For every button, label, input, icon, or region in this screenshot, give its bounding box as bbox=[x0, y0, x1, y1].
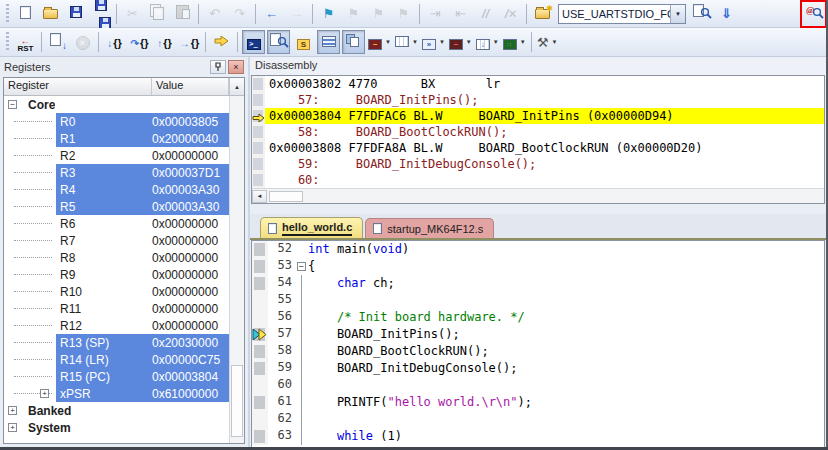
save-all-button[interactable] bbox=[89, 2, 112, 26]
toolbar-grip[interactable] bbox=[5, 32, 10, 52]
run-to-cursor-button[interactable]: →{} bbox=[178, 30, 201, 54]
chevron-down-icon[interactable]: ▼ bbox=[552, 39, 558, 45]
editor-gutter[interactable] bbox=[252, 411, 268, 428]
register-row-r7[interactable]: R70x00000000 bbox=[4, 232, 229, 249]
analysis-window-button[interactable]: ~▼ bbox=[448, 30, 473, 54]
disassembly-gutter[interactable] bbox=[252, 156, 265, 172]
expand-icon[interactable]: + bbox=[40, 389, 49, 398]
chevron-down-icon[interactable]: ▼ bbox=[520, 39, 526, 45]
editor-gutter[interactable] bbox=[252, 258, 268, 275]
close-icon[interactable]: × bbox=[228, 60, 244, 74]
editor-line[interactable]: 63 while (1) bbox=[252, 428, 824, 445]
open-file-button[interactable] bbox=[39, 2, 62, 26]
tab-startup-mk64f12-s[interactable]: startup_MK64F12.s bbox=[365, 218, 494, 238]
disassembly-gutter[interactable] bbox=[252, 140, 265, 156]
register-row-r6[interactable]: R60x00000000 bbox=[4, 215, 229, 232]
tab-hello-world-c[interactable]: hello_world.c bbox=[260, 217, 363, 238]
register-group-banked[interactable]: +Banked bbox=[4, 402, 229, 419]
trace-window-button[interactable]: ↓▼ bbox=[475, 30, 500, 54]
serial-window-button[interactable]: »▼ bbox=[421, 30, 446, 54]
step-into-button[interactable]: ↓{} bbox=[103, 30, 126, 54]
editor-line[interactable]: 59 BOARD_InitDebugConsole(); bbox=[252, 360, 824, 377]
register-row-r4[interactable]: R40x00003A30 bbox=[4, 181, 229, 198]
command-window-button[interactable]: >_ bbox=[242, 30, 265, 54]
chevron-down-icon[interactable]: ▼ bbox=[385, 39, 391, 45]
editor-line[interactable]: 52int main(void) bbox=[252, 241, 824, 258]
column-header-register[interactable]: Register bbox=[4, 78, 152, 95]
register-group-core[interactable]: −Core bbox=[4, 96, 229, 113]
fold-collapse-icon[interactable]: − bbox=[297, 262, 306, 271]
registers-vertical-scrollbar[interactable] bbox=[229, 96, 244, 443]
editor-line[interactable]: 54 char ch; bbox=[252, 275, 824, 292]
register-row-r9[interactable]: R90x00000000 bbox=[4, 266, 229, 283]
chevron-down-icon[interactable]: ▼ bbox=[466, 39, 472, 45]
highlighted-lookup-button[interactable]: @ bbox=[802, 2, 825, 26]
scroll-left-icon[interactable]: ◄ bbox=[252, 190, 267, 203]
step-over-button[interactable]: ↷{} bbox=[128, 30, 151, 54]
column-header-value[interactable]: Value bbox=[152, 78, 229, 95]
editor-line[interactable]: 61 PRINTF("hello world.\r\n"); bbox=[252, 394, 824, 411]
register-row-r14-lr-[interactable]: R14 (LR)0x00000C75 bbox=[4, 351, 229, 368]
collapse-icon[interactable]: − bbox=[8, 100, 17, 109]
register-group-system[interactable]: +System bbox=[4, 419, 229, 436]
register-row-r10[interactable]: R100x00000000 bbox=[4, 283, 229, 300]
step-out-button[interactable]: ↑{} bbox=[153, 30, 176, 54]
download-button[interactable]: ⇓ bbox=[715, 2, 738, 26]
define-combo-box[interactable]: USE_UARTSTDIO_FOR_EF▼ bbox=[558, 4, 686, 24]
disassembly-current-line[interactable]: 0x00003804 F7FDFAC6 BL.W BOARD_InitPins … bbox=[252, 108, 824, 124]
callstack-window-button[interactable] bbox=[342, 30, 365, 54]
editor-gutter[interactable] bbox=[252, 394, 268, 411]
editor-gutter[interactable] bbox=[252, 360, 268, 377]
editor-current-line[interactable]: 57 BOARD_InitPins(); bbox=[252, 326, 824, 343]
register-row-r1[interactable]: R10x20000040 bbox=[4, 130, 229, 147]
system-viewer-button[interactable]: ::▼ bbox=[502, 30, 527, 54]
register-row-r3[interactable]: R30x000037D1 bbox=[4, 164, 229, 181]
panel-splitter[interactable] bbox=[250, 204, 826, 214]
save-button[interactable] bbox=[64, 2, 87, 26]
disassembly-gutter[interactable] bbox=[252, 172, 265, 188]
disassembly-line[interactable]: 59: BOARD_InitDebugConsole(); bbox=[252, 156, 824, 172]
register-row-r5[interactable]: R50x00003A30 bbox=[4, 198, 229, 215]
register-row-r13-sp-[interactable]: R13 (SP)0x20030000 bbox=[4, 334, 229, 351]
register-row-r8[interactable]: R80x00000000 bbox=[4, 249, 229, 266]
file-search-button[interactable] bbox=[690, 2, 713, 26]
editor-line[interactable]: 60 bbox=[252, 377, 824, 394]
disassembly-line[interactable]: 0x00003802 4770 BX lr bbox=[252, 76, 824, 92]
editor-gutter[interactable] bbox=[252, 428, 268, 445]
run-button[interactable]: ↓ bbox=[46, 30, 69, 54]
editor-gutter[interactable] bbox=[252, 377, 268, 394]
editor-gutter[interactable] bbox=[252, 326, 268, 343]
scrollbar-thumb[interactable] bbox=[231, 365, 243, 437]
editor-line[interactable]: 55 bbox=[252, 292, 824, 309]
editor-line[interactable]: 62 bbox=[252, 411, 824, 428]
reset-button[interactable]: ←RST bbox=[14, 30, 37, 54]
disassembly-view[interactable]: 0x00003802 4770 BX lr 57: BOARD_InitPins… bbox=[252, 76, 824, 188]
scroll-up-icon[interactable]: ▲ bbox=[229, 78, 244, 95]
navigate-back-button[interactable]: ← bbox=[260, 2, 283, 26]
show-next-statement-button[interactable] bbox=[210, 30, 233, 54]
register-row-r11[interactable]: R110x00000000 bbox=[4, 300, 229, 317]
editor-gutter[interactable] bbox=[252, 309, 268, 326]
symbol-window-button[interactable]: S bbox=[292, 30, 315, 54]
disassembly-line[interactable]: 57: BOARD_InitPins(); bbox=[252, 92, 824, 108]
disassembly-line[interactable]: 60: bbox=[252, 172, 824, 188]
disassembly-gutter[interactable] bbox=[252, 92, 265, 108]
toolbox-button[interactable]: ⚒▼ bbox=[536, 30, 559, 54]
editor-gutter[interactable] bbox=[252, 275, 268, 292]
fold-margin[interactable]: − bbox=[296, 258, 308, 275]
register-row-r0[interactable]: R00x00003805 bbox=[4, 113, 229, 130]
disassembly-line[interactable]: 0x00003808 F7FDFA8A BL.W BOARD_BootClock… bbox=[252, 140, 824, 156]
register-row-r12[interactable]: R120x00000000 bbox=[4, 317, 229, 334]
new-file-button[interactable] bbox=[14, 2, 37, 26]
disassembly-gutter[interactable] bbox=[252, 108, 265, 124]
code-editor[interactable]: 52int main(void)53−{54 char ch;5556 /* I… bbox=[251, 240, 825, 447]
editor-gutter[interactable] bbox=[252, 292, 268, 309]
editor-line[interactable]: 58 BOARD_BootClockRUN(); bbox=[252, 343, 824, 360]
register-row-xpsr[interactable]: +xPSR0x61000000 bbox=[4, 385, 229, 402]
chevron-down-icon[interactable]: ▼ bbox=[412, 39, 418, 45]
expand-icon[interactable]: + bbox=[8, 423, 17, 432]
register-row-r15-pc-[interactable]: R15 (PC)0x00003804 bbox=[4, 368, 229, 385]
configure-wizard-button[interactable]: ✱ bbox=[531, 2, 554, 26]
expand-icon[interactable]: + bbox=[8, 406, 17, 415]
pin-icon[interactable] bbox=[210, 60, 226, 74]
